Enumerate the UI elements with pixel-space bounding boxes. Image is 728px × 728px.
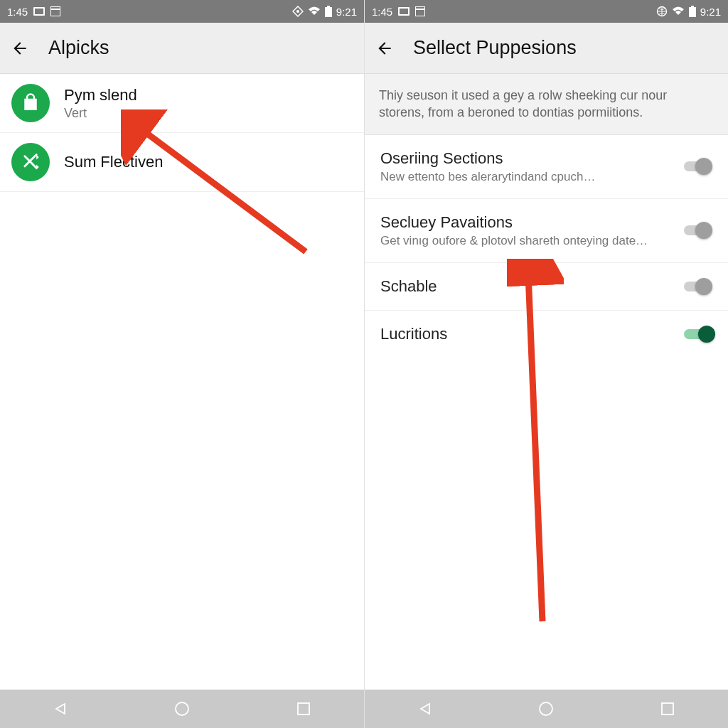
toggle-sub: New ettento bes alerarytindand cpuch… bbox=[380, 170, 673, 184]
toggle-sub: Get vinıg oufore & plotovl shareth ontey… bbox=[380, 234, 673, 248]
app-bar: Sellect Puppesions bbox=[365, 23, 728, 74]
nav-back-button[interactable] bbox=[39, 697, 82, 720]
list-item-title: Pym slend bbox=[64, 86, 137, 105]
battery-icon bbox=[325, 6, 332, 17]
navigation-bar bbox=[365, 690, 728, 728]
battery-icon bbox=[689, 6, 696, 17]
svg-rect-17 bbox=[415, 6, 425, 16]
svg-marker-24 bbox=[421, 704, 429, 714]
back-button[interactable] bbox=[10, 38, 30, 58]
svg-rect-26 bbox=[662, 703, 673, 714]
svg-rect-1 bbox=[35, 9, 43, 14]
svg-marker-8 bbox=[36, 155, 39, 160]
status-bar: 1:45 9:21 bbox=[0, 0, 364, 23]
content-area: Thiy seuson it used a gey a rolw sheekin… bbox=[365, 74, 728, 690]
svg-rect-7 bbox=[325, 7, 332, 17]
list-item[interactable]: Pym slend Vert bbox=[0, 74, 364, 133]
wifi-icon bbox=[672, 6, 685, 16]
svg-rect-14 bbox=[298, 703, 309, 714]
status-bar: 1:45 9:21 bbox=[365, 0, 728, 23]
status-time-left: 1:45 bbox=[7, 6, 28, 18]
back-button[interactable] bbox=[375, 38, 395, 58]
list-item[interactable]: Sum Flectiven bbox=[0, 133, 364, 192]
page-title: Alpicks bbox=[48, 37, 109, 59]
right-screenshot: 1:45 9:21 Sellect Puppesions Thiy seuson… bbox=[364, 0, 728, 728]
app-bar: Alpicks bbox=[0, 23, 364, 74]
toggle-row[interactable]: Secluey Pavaitions Get vinıg oufore & pl… bbox=[365, 199, 728, 263]
svg-point-25 bbox=[540, 702, 552, 715]
svg-point-5 bbox=[296, 10, 299, 13]
toggle-row[interactable]: Oseriing Sections New ettento bes alerar… bbox=[365, 135, 728, 199]
toggle-row[interactable]: Schable bbox=[365, 263, 728, 311]
list-item-title: Sum Flectiven bbox=[64, 153, 163, 171]
list-item-sub: Vert bbox=[64, 106, 137, 121]
status-time: 9:21 bbox=[700, 6, 721, 18]
window-icon bbox=[415, 6, 425, 16]
svg-rect-21 bbox=[689, 7, 696, 17]
svg-rect-20 bbox=[691, 6, 694, 7]
nav-recent-button[interactable] bbox=[646, 697, 689, 720]
nav-home-button[interactable] bbox=[525, 697, 567, 720]
window-icon bbox=[50, 6, 60, 16]
page-title: Sellect Puppesions bbox=[413, 37, 577, 59]
svg-rect-2 bbox=[50, 6, 60, 16]
svg-rect-16 bbox=[400, 9, 408, 14]
svg-marker-9 bbox=[36, 165, 39, 170]
navigation-bar bbox=[0, 690, 364, 728]
cross-arrows-icon bbox=[11, 143, 50, 181]
svg-rect-6 bbox=[327, 6, 330, 7]
status-time-left: 1:45 bbox=[372, 6, 392, 18]
nav-recent-button[interactable] bbox=[282, 697, 325, 720]
card-icon bbox=[398, 7, 410, 16]
switch-toggle[interactable] bbox=[682, 222, 714, 239]
description-text: Thiy seuson it used a gey a rolw sheekin… bbox=[365, 74, 728, 135]
switch-toggle[interactable] bbox=[682, 158, 714, 175]
toggle-title: Lucritions bbox=[380, 325, 673, 343]
status-time: 9:21 bbox=[336, 6, 357, 18]
nav-home-button[interactable] bbox=[161, 697, 203, 720]
switch-toggle[interactable] bbox=[682, 326, 714, 343]
diamond-icon bbox=[292, 6, 304, 17]
toggle-title: Schable bbox=[380, 277, 673, 296]
toggle-row[interactable]: Lucritions bbox=[365, 311, 728, 358]
wifi-icon bbox=[308, 6, 321, 16]
left-screenshot: 1:45 9:21 Alpicks Pym slend Vert bbox=[0, 0, 364, 728]
svg-marker-12 bbox=[56, 704, 65, 714]
toggle-title: Secluey Pavaitions bbox=[380, 213, 673, 232]
toggle-title: Oseriing Sections bbox=[380, 149, 673, 168]
card-icon bbox=[33, 7, 45, 16]
svg-point-13 bbox=[176, 702, 188, 715]
content-area: Pym slend Vert Sum Flectiven bbox=[0, 74, 364, 690]
switch-toggle[interactable] bbox=[682, 278, 714, 295]
bag-icon bbox=[11, 84, 50, 122]
globe-icon bbox=[656, 6, 668, 17]
nav-back-button[interactable] bbox=[404, 697, 446, 720]
